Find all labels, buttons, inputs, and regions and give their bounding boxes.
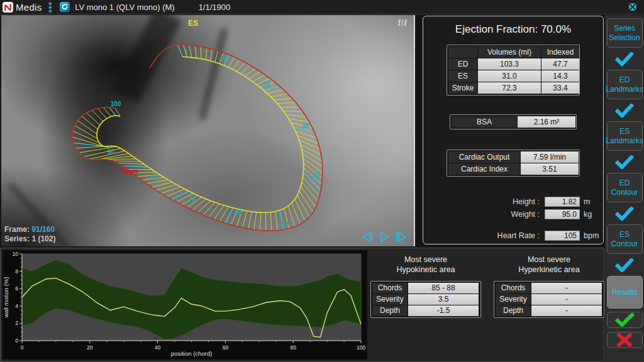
frame-info: Frame: 91/160 Series: 1 (102) — [4, 225, 55, 244]
step-forward-button[interactable] — [395, 231, 408, 243]
wall-motion-chart: 0204060801000246810position (chord)wall … — [3, 250, 367, 359]
chord-label: 30 — [301, 123, 309, 129]
chord-label: 60 — [235, 209, 242, 216]
heart-rate-input[interactable] — [545, 231, 580, 241]
es-volume: 31.0 — [478, 70, 541, 82]
study-label: LV mono 1 (QLV mono) (M) — [75, 3, 174, 12]
hyper-depth-label: Depth — [496, 305, 531, 316]
contour-overlay: 1102030405060708090100 — [1, 15, 415, 246]
chord-label: 80 — [151, 174, 158, 181]
hyper-chords-label: Chords — [496, 283, 531, 293]
hypo-chords-label: Chords — [372, 283, 408, 293]
hypo-severity-label: Severity — [372, 294, 408, 305]
height-unit: m — [584, 197, 590, 206]
svg-text:80: 80 — [290, 344, 296, 351]
weight-input[interactable] — [545, 209, 580, 219]
step-backward-button[interactable] — [361, 231, 374, 243]
row-label-es: ES — [448, 70, 477, 82]
chord-label: 10 — [219, 55, 227, 62]
svg-text:100: 100 — [357, 344, 365, 351]
svg-text:10: 10 — [13, 251, 19, 257]
step-ed-contour-button[interactable]: ED Contour — [607, 173, 643, 202]
svg-text:position (chord): position (chord) — [171, 350, 212, 357]
series-value: 1 (102) — [31, 234, 55, 243]
hyperkinetic-table: Chords - Severity - Depth - — [494, 281, 604, 318]
series-label: Series: — [4, 234, 30, 243]
ed-volume: 103.3 — [478, 58, 541, 70]
kebab-menu-icon[interactable]: ●●● — [48, 1, 53, 13]
svg-text:wall motion (%): wall motion (%) — [3, 277, 9, 319]
svg-text:20: 20 — [87, 344, 93, 351]
results-panel: Ejection Fraction: 70.0% Volumes (ml) In… — [423, 16, 604, 244]
heart-rate-label: Heart Rate : — [423, 231, 540, 240]
title-bar: Medis ●●● LV mono 1 (QLV mono) (M) 1/1/1… — [0, 0, 644, 14]
hyper-severity-value: - — [531, 294, 602, 305]
analysis-bottom-panel: 0204060801000246810position (chord)wall … — [0, 248, 604, 362]
svg-text:2: 2 — [15, 320, 18, 326]
volumes-corner-cell — [448, 47, 477, 58]
step-results-button[interactable]: Results — [607, 276, 643, 309]
ejection-fraction-title: Ejection Fraction: 70.0% — [423, 23, 603, 36]
application-window: Medis ●●● LV mono 1 (QLV mono) (M) 1/1/1… — [0, 0, 644, 362]
image-viewport[interactable]: 1102030405060708090100 ES Hypo Frame: 91… — [1, 15, 415, 246]
row-label-stroke: Stroke — [448, 82, 477, 94]
cardiac-table: Cardiac Output 7.59 l/min Cardiac Index … — [447, 150, 580, 177]
hyper-severity-label: Severity — [496, 294, 531, 305]
play-button[interactable] — [378, 231, 391, 243]
hyper-depth-value: - — [531, 305, 602, 316]
step-ed-landmarks-button[interactable]: ED Landmarks — [607, 70, 643, 99]
chord-label: 100 — [111, 101, 121, 107]
svg-text:60: 60 — [223, 344, 229, 351]
wall-motion-plot: 0204060801000246810position (chord)wall … — [3, 250, 366, 358]
stroke-volume: 72.3 — [478, 82, 541, 94]
step-es-contour-button[interactable]: ES Contour — [607, 224, 643, 254]
approve-button[interactable] — [607, 312, 643, 328]
height-input[interactable] — [545, 197, 580, 207]
hypo-severity-value: 3.5 — [408, 294, 479, 305]
volumes-header: Volumes (ml) — [478, 47, 541, 58]
chord-label: 70 — [189, 195, 196, 202]
es-phase-label: ES — [188, 19, 198, 28]
medis-watermark-icon — [395, 18, 410, 31]
step-complete-check-icon — [615, 51, 634, 67]
bsa-table: BSA 2.16 m² — [450, 114, 577, 129]
bsa-label: BSA — [452, 116, 517, 128]
series-app-icon[interactable] — [60, 2, 70, 12]
volumes-table: Volumes (ml) Indexed ED 103.3 47.7 ES 31… — [447, 45, 580, 96]
svg-text:8: 8 — [15, 268, 18, 275]
chord-label: 90 — [107, 148, 114, 155]
study-date: 1/1/1900 — [199, 3, 231, 12]
svg-text:40: 40 — [155, 344, 161, 351]
workflow-sidebar: Series Selection ED Landmarks ES Landmar… — [605, 15, 644, 362]
cardiac-index-value: 3.51 — [521, 163, 579, 175]
hyperkinetic-title: Most severe Hyperkinetic area — [494, 255, 604, 275]
cardiac-output-label: Cardiac Output — [448, 151, 520, 163]
hypokinetic-table: Chords 85 - 88 Severity 3.5 Depth -1.5 — [370, 281, 481, 318]
patient-inputs: Height : m Weight : kg Heart Rate : bpm — [423, 195, 603, 241]
cardiac-output-value: 7.59 l/min — [521, 151, 579, 163]
medis-logo-icon — [3, 2, 13, 13]
dock-panels-icon[interactable] — [626, 1, 639, 13]
hypokinetic-label: Hypo — [121, 167, 138, 175]
hypokinetic-block: Most severe Hypokinetic area Chords 85 -… — [370, 255, 481, 318]
step-complete-check-icon — [615, 102, 634, 118]
height-label: Height : — [423, 197, 540, 206]
ed-indexed: 47.7 — [541, 58, 579, 70]
svg-text:6: 6 — [15, 285, 18, 292]
hypo-depth-label: Depth — [372, 305, 408, 316]
chord-label: 50 — [281, 221, 289, 228]
chord-label: 40 — [312, 172, 319, 179]
step-series-selection-button[interactable]: Series Selection — [607, 18, 643, 48]
step-complete-check-icon — [615, 257, 634, 273]
hypo-chords-value: 85 - 88 — [408, 283, 479, 293]
step-es-landmarks-button[interactable]: ES Landmarks — [607, 121, 643, 151]
reject-button[interactable] — [607, 332, 643, 348]
svg-text:0: 0 — [21, 344, 24, 351]
stroke-indexed: 33.4 — [541, 82, 579, 94]
app-name: Medis — [16, 2, 42, 13]
playback-controls — [361, 231, 408, 243]
weight-unit: kg — [584, 210, 592, 219]
hypokinetic-title: Most severe Hypokinetic area — [370, 255, 481, 275]
frame-label: Frame: — [4, 225, 30, 234]
chord-label: 20 — [262, 81, 270, 88]
